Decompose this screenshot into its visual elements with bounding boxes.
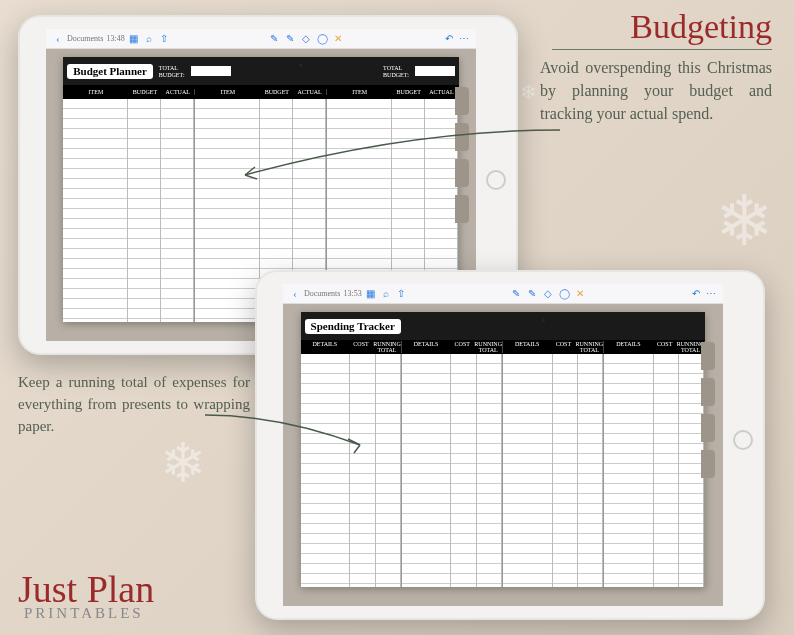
ipad-screen: ‹ Documents 13:53 ▦ ⌕ ⇧ ✎ ✎ ◇ ◯ ✕ ↶ ⋯ [283, 284, 723, 606]
header-sub-budget: BUDGET: [159, 72, 185, 78]
close-tool-icon[interactable]: ✕ [332, 33, 344, 45]
more-icon[interactable]: ⋯ [458, 33, 470, 45]
page-header-strip: Budget Planner TOTAL BUDGET: TOTAL BUDGE… [63, 57, 459, 85]
more-icon[interactable]: ⋯ [705, 288, 717, 300]
col-details: DETAILS [301, 341, 349, 353]
ipad-home-button[interactable] [733, 430, 753, 450]
side-tabs [455, 87, 469, 223]
time-label: 13:48 [106, 34, 124, 43]
header-sub-total-2: TOTAL [383, 65, 409, 71]
brand-logo: Just Plan Printables [18, 573, 154, 620]
column-headers-row: DETAILS COST RUNNING TOTAL DETAILS COST … [301, 340, 706, 354]
lasso-icon[interactable]: ◯ [558, 288, 570, 300]
side-tab[interactable] [455, 123, 469, 151]
page-title-badge: Budget Planner [67, 64, 153, 79]
thumbnails-icon[interactable]: ▦ [365, 288, 377, 300]
total-input-box[interactable] [415, 66, 455, 76]
col-budget: BUDGET [392, 89, 425, 95]
col-running: RUNNING TOTAL [677, 341, 705, 353]
share-icon[interactable]: ⇧ [395, 288, 407, 300]
col-running: RUNNING TOTAL [576, 341, 604, 353]
side-tab[interactable] [455, 159, 469, 187]
col-details: DETAILS [503, 341, 551, 353]
highlighter-icon[interactable]: ✎ [526, 288, 538, 300]
side-tabs [701, 342, 715, 478]
back-label[interactable]: Documents [304, 289, 340, 298]
heading-underline [552, 49, 772, 50]
undo-icon[interactable]: ↶ [443, 33, 455, 45]
back-icon[interactable]: ‹ [52, 33, 64, 45]
page-title-badge: Spending Tracker [305, 319, 401, 334]
lined-body[interactable] [301, 354, 706, 587]
page-header-strip: Spending Tracker [301, 312, 706, 340]
share-icon[interactable]: ⇧ [158, 33, 170, 45]
col-running: RUNNING TOTAL [474, 341, 502, 353]
total-input-box[interactable] [191, 66, 231, 76]
brand-line1: Just Plan [18, 573, 154, 605]
page-canvas[interactable]: Spending Tracker DETAILS COST RUNNING TO… [283, 304, 723, 606]
app-toolbar: ‹ Documents 13:53 ▦ ⌕ ⇧ ✎ ✎ ◇ ◯ ✕ ↶ ⋯ [283, 284, 723, 304]
snowflake-decoration: ❄ [715, 180, 774, 262]
highlighter-icon[interactable]: ✎ [284, 33, 296, 45]
col-cost: COST [450, 341, 474, 353]
col-actual: ACTUAL [293, 89, 326, 95]
col-cost: COST [551, 341, 575, 353]
callout-text-left: Keep a running total of expenses for eve… [18, 372, 250, 437]
side-tab[interactable] [701, 414, 715, 442]
side-tab[interactable] [701, 378, 715, 406]
col-details: DETAILS [402, 341, 450, 353]
snowflake-decoration: ❄ [160, 431, 206, 495]
close-tool-icon[interactable]: ✕ [574, 288, 586, 300]
column-headers-row: ITEM BUDGET ACTUAL ITEM BUDGET ACTUAL IT… [63, 85, 459, 99]
side-tab[interactable] [701, 342, 715, 370]
col-actual: ACTUAL [425, 89, 458, 95]
eraser-icon[interactable]: ◇ [300, 33, 312, 45]
eraser-icon[interactable]: ◇ [542, 288, 554, 300]
back-icon[interactable]: ‹ [289, 288, 301, 300]
brand-line2: Printables [24, 607, 154, 620]
side-tab[interactable] [455, 87, 469, 115]
col-cost: COST [349, 341, 373, 353]
header-sub-total: TOTAL [159, 65, 185, 71]
col-item: ITEM [195, 89, 260, 95]
thumbnails-icon[interactable]: ▦ [128, 33, 140, 45]
col-actual: ACTUAL [161, 89, 194, 95]
time-label: 13:53 [343, 289, 361, 298]
app-toolbar: ‹ Documents 13:48 ▦ ⌕ ⇧ ✎ ✎ ◇ ◯ ✕ ↶ ⋯ [46, 29, 476, 49]
undo-icon[interactable]: ↶ [690, 288, 702, 300]
ipad-spending-tracker: ‹ Documents 13:53 ▦ ⌕ ⇧ ✎ ✎ ◇ ◯ ✕ ↶ ⋯ [255, 270, 765, 620]
callout-text-right: Avoid overspending this Christmas by pla… [540, 56, 772, 126]
col-item: ITEM [63, 89, 128, 95]
header-sub-budget-2: BUDGET: [383, 72, 409, 78]
side-tab[interactable] [701, 450, 715, 478]
col-cost: COST [653, 341, 677, 353]
pen-icon[interactable]: ✎ [268, 33, 280, 45]
col-details: DETAILS [604, 341, 652, 353]
snowflake-decoration: ❄ [520, 80, 537, 104]
search-icon[interactable]: ⌕ [380, 288, 392, 300]
col-running: RUNNING TOTAL [373, 341, 401, 353]
section-heading: Budgeting [630, 8, 772, 46]
search-icon[interactable]: ⌕ [143, 33, 155, 45]
col-budget: BUDGET [129, 89, 162, 95]
lasso-icon[interactable]: ◯ [316, 33, 328, 45]
pen-icon[interactable]: ✎ [510, 288, 522, 300]
ipad-home-button[interactable] [486, 170, 506, 190]
back-label[interactable]: Documents [67, 34, 103, 43]
col-item: ITEM [327, 89, 392, 95]
side-tab[interactable] [455, 195, 469, 223]
spending-tracker-page: Spending Tracker DETAILS COST RUNNING TO… [301, 312, 706, 587]
col-budget: BUDGET [261, 89, 294, 95]
